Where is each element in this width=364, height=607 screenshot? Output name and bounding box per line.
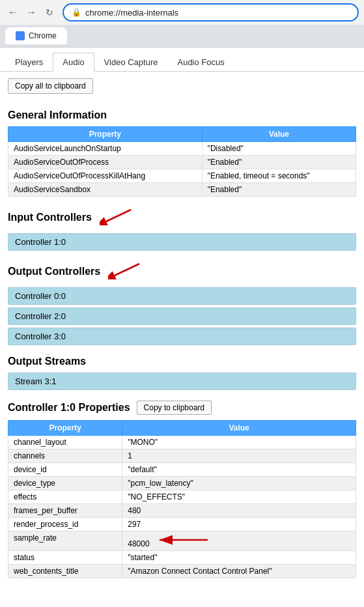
property-cell: channels	[8, 449, 122, 463]
table-row: device_id "default"	[8, 463, 356, 477]
value-cell: "Amazon Connect Contact Control Panel"	[122, 565, 356, 578]
property-cell: AudioServiceSandbox	[8, 183, 203, 197]
table-row: render_process_id 297	[8, 518, 356, 531]
value-column-header: Value	[202, 127, 356, 142]
copy-all-button[interactable]: Copy all to clipboard	[8, 78, 93, 94]
value-cell: "pcm_low_latency"	[122, 477, 356, 490]
page-content: Players Audio Video Capture Audio Focus …	[0, 48, 364, 595]
tab-bar: Chrome	[0, 25, 364, 47]
general-information-heading: General Information	[8, 109, 356, 121]
table-row: web_contents_title "Amazon Connect Conta…	[8, 565, 356, 578]
tab-video-capture[interactable]: Video Capture	[94, 53, 168, 71]
table-row: AudioServiceOutOfProcessKillAtHang "Enab…	[8, 169, 356, 183]
property-cell: effects	[8, 490, 122, 504]
controller-item[interactable]: Controller 3:0	[8, 328, 356, 345]
table-row: device_type "pcm_low_latency"	[8, 477, 356, 490]
output-controllers-section: Output Controllers Controller 0:0Control…	[8, 261, 356, 345]
controller-properties-header: Controller 1:0 Properties Copy to clipbo…	[8, 401, 356, 415]
tab-players[interactable]: Players	[5, 53, 53, 71]
property-cell: web_contents_title	[8, 565, 122, 578]
value-cell: 297	[122, 518, 356, 531]
address-text: chrome://media-internals	[85, 8, 350, 18]
val-col-header: Value	[122, 421, 356, 436]
reload-button[interactable]: ↻	[42, 5, 57, 20]
value-cell: "Enabled"	[202, 183, 356, 197]
table-row: frames_per_buffer 480	[8, 504, 356, 518]
value-cell: "Enabled, timeout = seconds"	[202, 169, 356, 183]
value-cell: "started"	[122, 551, 356, 565]
controller-item[interactable]: Controller 2:0	[8, 307, 356, 325]
table-row: channels 1	[8, 449, 356, 463]
tab-favicon	[16, 31, 25, 40]
forward-button[interactable]: →	[23, 5, 39, 20]
controller-properties-section: Controller 1:0 Properties Copy to clipbo…	[8, 401, 356, 578]
lock-icon: 🔒	[72, 8, 81, 17]
controller-properties-table: Property Value channel_layout "MONO" cha…	[8, 420, 356, 578]
controller-properties-title: Controller 1:0 Properties	[8, 402, 130, 414]
copy-to-clipboard-button[interactable]: Copy to clipboard	[137, 401, 212, 415]
output-controllers-arrow	[108, 261, 141, 282]
output-streams-heading: Output Streams	[8, 356, 356, 367]
table-row: AudioServiceSandbox "Enabled"	[8, 183, 356, 197]
stream-item[interactable]: Stream 3:1	[8, 373, 356, 390]
table-row: channel_layout "MONO"	[8, 436, 356, 449]
property-cell: frames_per_buffer	[8, 504, 122, 518]
value-cell: 480	[122, 504, 356, 518]
value-cell: "MONO"	[122, 436, 356, 449]
browser-tab[interactable]: Chrome	[5, 27, 67, 44]
value-cell: 1	[122, 449, 356, 463]
controller-item[interactable]: Controller 1:0	[8, 233, 356, 251]
tab-label: Chrome	[29, 31, 57, 40]
browser-chrome: ← → ↻ 🔒 chrome://media-internals Chrome	[0, 0, 364, 48]
svg-line-3	[115, 264, 139, 275]
table-row: sample_rate 48000	[8, 531, 356, 551]
property-column-header: Property	[8, 127, 203, 142]
table-row: AudioServiceLaunchOnStartup "Disabled"	[8, 142, 356, 156]
input-controllers-section: Input Controllers Controller 1:0	[8, 207, 356, 251]
titlebar: ← → ↻ 🔒 chrome://media-internals	[0, 0, 364, 25]
value-cell: "NO_EFFECTS"	[122, 490, 356, 504]
property-cell: sample_rate	[8, 531, 122, 551]
nav-buttons: ← → ↻	[5, 5, 57, 20]
back-button[interactable]: ←	[5, 5, 21, 20]
table-row: effects "NO_EFFECTS"	[8, 490, 356, 504]
table-row: status "started"	[8, 551, 356, 565]
value-cell: 48000	[122, 531, 356, 551]
address-bar[interactable]: 🔒 chrome://media-internals	[63, 3, 359, 21]
nav-tabs: Players Audio Video Capture Audio Focus	[0, 48, 364, 72]
general-information-table: Property Value AudioServiceLaunchOnStart…	[8, 126, 356, 197]
svg-line-1	[106, 210, 131, 221]
property-cell: render_process_id	[8, 518, 122, 531]
tab-audio-focus[interactable]: Audio Focus	[167, 53, 234, 71]
input-controllers-heading: Input Controllers	[8, 207, 356, 228]
value-cell: "Enabled"	[202, 156, 356, 169]
property-cell: device_id	[8, 463, 122, 477]
content-area: Copy all to clipboard General Informatio…	[0, 72, 364, 595]
property-cell: AudioServiceLaunchOnStartup	[8, 142, 203, 156]
tab-audio[interactable]: Audio	[53, 53, 94, 72]
output-streams-section: Output Streams Stream 3:1	[8, 356, 356, 390]
value-cell: "default"	[122, 463, 356, 477]
controller-item[interactable]: Controller 0:0	[8, 287, 356, 305]
property-cell: device_type	[8, 477, 122, 490]
property-cell: channel_layout	[8, 436, 122, 449]
value-cell: "Disabled"	[202, 142, 356, 156]
property-cell: status	[8, 551, 122, 565]
prop-col-header: Property	[8, 421, 122, 436]
input-controllers-arrow	[100, 207, 132, 228]
table-row: AudioServiceOutOfProcess "Enabled"	[8, 156, 356, 169]
property-cell: AudioServiceOutOfProcessKillAtHang	[8, 169, 203, 183]
property-cell: AudioServiceOutOfProcess	[8, 156, 203, 169]
general-information-section: General Information Property Value Audio…	[8, 109, 356, 197]
output-controllers-heading: Output Controllers	[8, 261, 356, 282]
